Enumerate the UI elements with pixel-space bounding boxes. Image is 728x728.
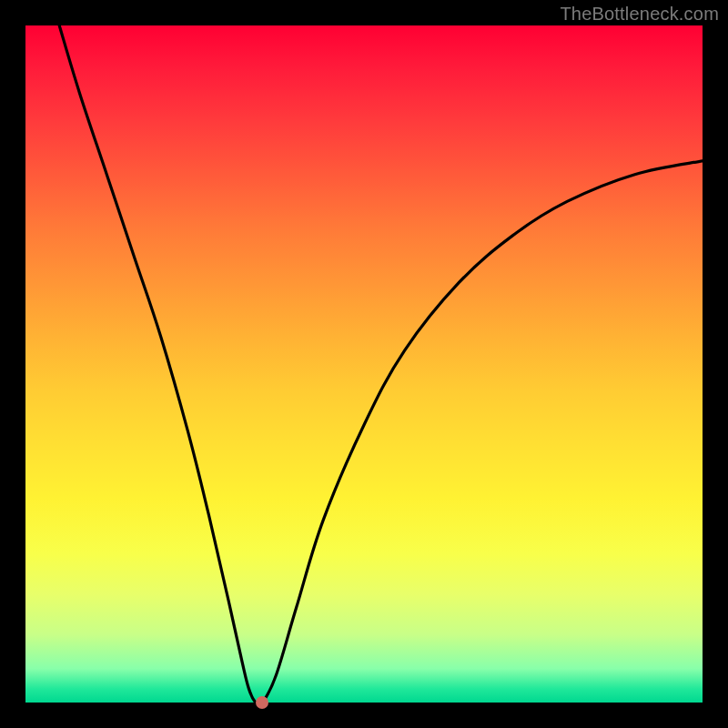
chart-frame: TheBottleneck.com: [0, 0, 728, 728]
watermark-text: TheBottleneck.com: [560, 4, 719, 25]
curve-path: [59, 25, 703, 703]
plot-area: [25, 25, 703, 703]
bottleneck-curve: [25, 25, 703, 703]
min-marker: [256, 696, 268, 709]
